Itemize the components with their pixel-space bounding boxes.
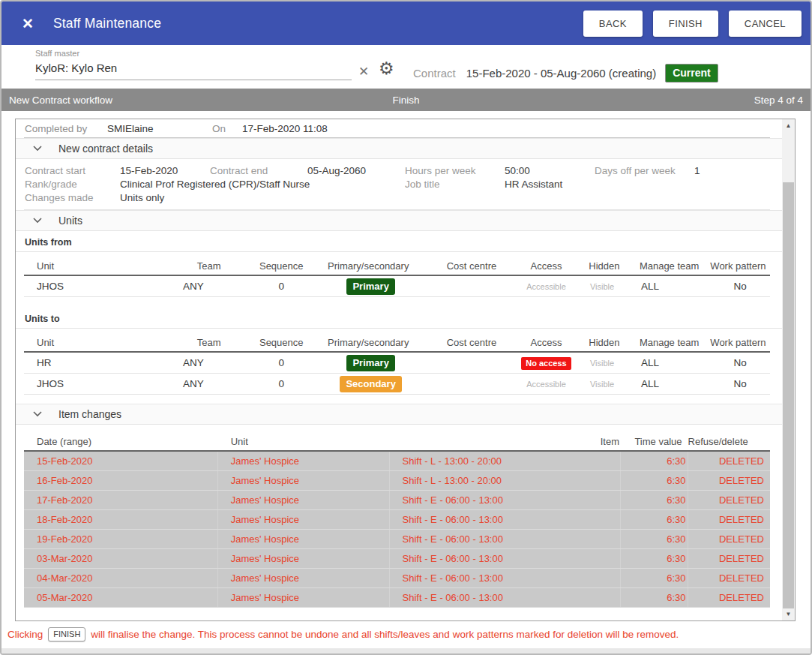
units-from-label: Units from	[16, 231, 782, 252]
work-pattern-cell: No	[710, 281, 770, 292]
unit-cell: HR	[24, 357, 170, 368]
chevron-down-icon	[33, 411, 42, 417]
access-cell: No access	[517, 357, 577, 368]
team-cell: ANY	[170, 357, 247, 368]
content-area: Completed by SMIElaine On 17-Feb-2020 11…	[1, 111, 811, 641]
window-bottom-strip	[1, 648, 811, 653]
column-header: Refuse/delete	[688, 436, 770, 447]
manage-team-cell: ALL	[628, 378, 710, 389]
contract-start-value: 15-Feb-2020	[120, 165, 210, 176]
action-cell: DELETED	[688, 452, 770, 470]
column-header: Hidden	[576, 260, 628, 272]
date-cell: 17-Feb-2020	[24, 491, 218, 509]
item-cell: Shift - E - 06:00 - 13:00	[390, 588, 621, 607]
workflow-step-counter: Step 4 of 4	[578, 95, 803, 106]
units-to-table: UnitTeamSequencePrimary/secondaryCost ce…	[24, 333, 770, 395]
column-header: Sequence	[247, 260, 315, 272]
time-value-cell: 6:30	[621, 471, 688, 490]
action-cell: DELETED	[688, 588, 770, 607]
table-row: JHOS ANY 0 Secondary Accessible Visible …	[24, 374, 770, 395]
action-cell: DELETED	[688, 491, 770, 509]
item-changes-rows: 15-Feb-2020 James' Hospice Shift - L - 1…	[24, 452, 770, 608]
hidden-cell: Visible	[576, 378, 628, 389]
deleted-item-row: 04-Mar-2020 James' Hospice Shift - E - 0…	[24, 569, 770, 588]
date-cell: 15-Feb-2020	[24, 452, 218, 470]
action-cell: DELETED	[688, 510, 770, 529]
column-header: Primary/secondary	[315, 260, 427, 272]
date-cell: 18-Feb-2020	[24, 510, 218, 529]
primary-secondary-badge: Primary	[346, 278, 394, 295]
close-icon[interactable]: ✕	[22, 17, 34, 31]
date-cell: 05-Mar-2020	[24, 588, 218, 607]
item-changes-table: Date (range)UnitItemTime valueRefuse/del…	[24, 432, 770, 608]
unit-cell: JHOS	[24, 378, 170, 389]
unit-cell: James' Hospice	[218, 549, 390, 568]
access-value: Accessible	[526, 380, 566, 389]
back-button[interactable]: BACK	[583, 11, 643, 37]
access-cell: Accessible	[517, 281, 577, 292]
column-header: Work pattern	[710, 260, 770, 272]
titlebar-buttons: BACK FINISH CANCEL	[583, 11, 802, 37]
vertical-scrollbar[interactable]: ▲ ▼	[782, 119, 795, 620]
finish-button[interactable]: FINISH	[653, 11, 718, 37]
section-header-new-contract-details[interactable]: New contract details	[16, 138, 782, 159]
sequence-cell: 0	[247, 357, 315, 368]
completed-on-datetime: 17-Feb-2020 11:08	[242, 123, 328, 134]
staff-maintenance-window: ✕ Staff Maintenance BACK FINISH CANCEL S…	[0, 0, 812, 655]
current-status-badge: Current	[665, 64, 718, 83]
hidden-value: Visible	[590, 282, 614, 291]
units-to-rows: HR ANY 0 Primary No access Visible ALL N…	[24, 353, 770, 395]
column-header: Access	[517, 260, 577, 272]
unit-cell: James' Hospice	[218, 530, 390, 548]
column-header: Item	[390, 436, 621, 447]
time-value-cell: 6:30	[621, 530, 688, 548]
gear-icon[interactable]: ⚙	[379, 60, 394, 77]
primary-secondary-badge: Primary	[346, 355, 394, 371]
page-title: Staff Maintenance	[53, 16, 583, 32]
scroll-down-arrow-icon[interactable]: ▼	[782, 608, 795, 620]
table-row: JHOS ANY 0 Primary Accessible Visible AL…	[24, 276, 770, 297]
time-value-cell: 6:30	[621, 510, 688, 529]
primary-secondary-cell: Primary	[315, 278, 427, 295]
cancel-button[interactable]: CANCEL	[729, 11, 802, 37]
column-header: Primary/secondary	[315, 337, 427, 348]
sequence-cell: 0	[247, 378, 315, 389]
access-value: Accessible	[526, 282, 566, 291]
primary-secondary-cell: Secondary	[315, 376, 427, 392]
units-table-header: UnitTeamSequencePrimary/secondaryCost ce…	[24, 257, 770, 276]
units-table-header: UnitTeamSequencePrimary/secondaryCost ce…	[24, 333, 770, 353]
completed-by-label: Completed by	[25, 123, 107, 134]
time-value-cell: 6:30	[621, 549, 688, 568]
scrollbar-thumb[interactable]	[783, 182, 794, 608]
contract-end-label: Contract end	[210, 165, 307, 176]
clear-icon[interactable]: ✕	[358, 65, 369, 78]
scroll-up-arrow-icon[interactable]: ▲	[782, 119, 795, 132]
section-header-item-changes[interactable]: Item changes	[16, 404, 782, 425]
date-cell: 16-Feb-2020	[24, 471, 218, 490]
deleted-item-row: 16-Feb-2020 James' Hospice Shift - L - 1…	[24, 471, 770, 491]
chevron-down-icon	[33, 146, 42, 152]
primary-secondary-badge: Secondary	[340, 376, 401, 392]
column-header: Unit	[24, 260, 170, 272]
action-cell: DELETED	[688, 549, 770, 568]
unit-cell: James' Hospice	[218, 471, 390, 490]
manage-team-cell: ALL	[628, 281, 710, 292]
unit-cell: JHOS	[24, 281, 170, 292]
deleted-item-row: 17-Feb-2020 James' Hospice Shift - E - 0…	[24, 491, 770, 510]
titlebar: ✕ Staff Maintenance BACK FINISH CANCEL	[1, 2, 811, 45]
staff-master-input[interactable]: KyloR: Kylo Ren	[35, 62, 352, 80]
action-cell: DELETED	[688, 530, 770, 548]
column-header: Hidden	[576, 337, 628, 348]
staff-master-label: Staff master	[35, 49, 352, 58]
deleted-item-row: 03-Mar-2020 James' Hospice Shift - E - 0…	[24, 549, 770, 569]
hours-per-week-label: Hours per week	[405, 165, 505, 176]
summary-panel: Completed by SMIElaine On 17-Feb-2020 11…	[15, 119, 796, 621]
contract-info: Contract 15-Feb-2020 - 05-Aug-2060 (crea…	[413, 64, 718, 83]
section-header-units[interactable]: Units	[16, 210, 782, 231]
staff-master-field[interactable]: Staff master KyloR: Kylo Ren	[35, 49, 352, 80]
item-cell: Shift - L - 13:00 - 20:00	[390, 471, 621, 490]
finish-chip: FINISH	[48, 627, 85, 641]
completed-on-label: On	[212, 123, 242, 134]
team-cell: ANY	[170, 378, 247, 389]
time-value-cell: 6:30	[621, 569, 688, 587]
